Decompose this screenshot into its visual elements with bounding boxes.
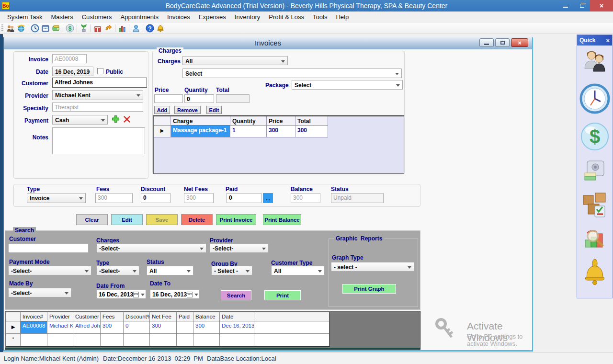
quantity-field[interactable]: 0 [184,94,214,103]
results-grid-cell[interactable] [177,334,193,346]
specialty-field[interactable]: Therapist [52,102,143,112]
clock-icon[interactable] [30,23,40,33]
results-grid-cell[interactable] [193,334,220,346]
results-grid-column[interactable]: Discount% [124,312,150,321]
charges-grid-cell[interactable]: Massage package-1 [171,125,230,137]
gift-icon[interactable] [92,23,103,33]
menu-item-appointments[interactable]: Appointments [116,12,163,22]
results-grid-cell[interactable] [124,334,150,346]
wallet-icon[interactable] [51,23,61,33]
search-customer-input[interactable] [8,243,89,253]
menu-item-customers[interactable]: Customers [78,12,116,22]
results-grid-cell[interactable]: Alfred Johnes [73,321,101,334]
customer-field[interactable]: Alfred Johnes [52,78,147,88]
menu-item-tools[interactable]: Tools [308,12,331,22]
results-grid-cell[interactable] [220,334,254,346]
menu-item-system-task[interactable]: System Task [3,12,46,22]
print-balance-button[interactable]: Print Balance [263,214,301,225]
calendar-icon[interactable] [40,23,51,33]
charges-grid-column[interactable]: Quantity [230,116,267,125]
clock-icon[interactable] [579,83,610,116]
remove-charge-button[interactable]: Remove [174,106,201,114]
minimize-button[interactable] [557,0,574,11]
results-grid-column[interactable]: Customer [73,312,101,321]
undo-icon[interactable] [103,23,114,33]
package-dropdown[interactable]: Select [292,80,403,90]
results-grid-column[interactable]: Provider [47,312,73,321]
inventory-boxes-icon[interactable] [581,191,609,221]
edit-charge-button[interactable]: Edit [206,106,222,114]
charges-grid-column[interactable]: Total [295,116,328,125]
payment-mode-dropdown[interactable]: -Select- [8,266,91,275]
charges-grid-cell[interactable]: 1 [230,125,267,137]
results-grid-cell[interactable]: 300 [193,321,220,334]
notes-field[interactable] [52,127,145,154]
delete-payment-icon[interactable] [123,115,131,125]
results-grid-cell[interactable] [47,334,73,346]
safe-icon[interactable] [583,159,607,185]
window-close-button[interactable]: × [511,38,528,47]
people-icon[interactable] [581,48,608,77]
row-selector-icon[interactable]: ▶ [154,125,171,137]
results-grid-row[interactable]: * [6,334,329,346]
charges-grid-cell[interactable]: 300 [295,125,328,137]
results-grid-cell[interactable] [101,334,124,346]
search-print-button[interactable]: Print [264,290,301,300]
results-grid-cell[interactable]: 300 [150,321,177,334]
save-button[interactable]: Save [146,214,178,225]
user-icon[interactable] [131,23,141,33]
add-charge-button[interactable]: Add [154,106,170,114]
charges-grid-column[interactable]: Charge [171,116,230,125]
charges-grid-column[interactable]: Price [267,116,295,125]
results-grid-column[interactable] [6,312,21,321]
help-icon[interactable]: ? [145,23,155,33]
menu-item-help[interactable]: Help [331,12,353,22]
schedule-icon[interactable] [16,23,26,33]
dollar-icon[interactable]: $ [580,122,609,153]
results-grid-cell[interactable]: Michael Kent [47,321,73,334]
graph-type-dropdown[interactable]: - select - [331,262,414,272]
invoice-date-dropdown[interactable]: 16 Dec, 2013 [52,67,93,76]
results-grid-column[interactable]: Balance [193,312,220,321]
results-grid-column[interactable]: Fees [101,312,124,321]
results-grid-row[interactable]: ▶AE00008Michael KentAlfred Johnes3000300… [6,321,329,334]
results-grid-column[interactable]: Paid [177,312,193,321]
restore-button[interactable] [574,0,590,11]
results-grid-cell[interactable] [73,334,101,346]
menu-item-profit-loss[interactable]: Profit & Loss [264,12,308,22]
results-grid-cell[interactable]: 0 [124,321,150,334]
bell-icon[interactable] [155,23,166,33]
charges-grid-cell[interactable]: 300 [267,125,295,137]
search-type-dropdown[interactable]: -Select- [96,266,139,275]
customers-icon[interactable] [5,23,16,33]
public-checkbox[interactable] [97,68,103,74]
price-field[interactable] [154,94,183,103]
date-from-picker[interactable]: 16 Dec, 2013 [96,289,146,299]
results-grid-cell[interactable]: Dec 16, 2013 [220,321,254,334]
results-grid-column[interactable]: Date [220,312,254,321]
window-maximize-button[interactable] [495,38,510,47]
charges-filter-dropdown[interactable]: All [182,56,288,65]
bell-icon[interactable] [581,258,608,289]
report-search-icon[interactable] [583,227,606,252]
charges-grid-column[interactable] [154,116,171,125]
plant-icon[interactable] [79,23,89,33]
chart-icon[interactable] [117,23,127,33]
made-by-dropdown[interactable]: -Select- [8,288,71,297]
results-grid-cell[interactable]: 300 [101,321,124,334]
add-payment-icon[interactable] [112,115,120,125]
payment-dropdown[interactable]: Cash [52,115,108,125]
provider-dropdown[interactable]: Michael Kent [52,90,143,100]
results-grid-cell[interactable]: AE00008 [21,321,47,334]
invoices-window-title-bar[interactable]: Invoices × [4,37,532,49]
print-graph-button[interactable]: Print Graph [342,284,396,294]
delete-button[interactable]: Delete [181,214,213,225]
search-charges-dropdown[interactable]: -Select- [96,243,206,253]
close-button[interactable]: × [590,0,613,11]
search-provider-dropdown[interactable]: -Select- [210,243,269,253]
row-selector-icon[interactable]: ▶ [6,321,21,334]
print-invoice-button[interactable]: Print Invoice [216,214,256,225]
type-dropdown[interactable]: Invoice [27,193,86,203]
results-grid-cell[interactable] [21,334,47,346]
results-grid-column[interactable]: Net Fee [150,312,177,321]
